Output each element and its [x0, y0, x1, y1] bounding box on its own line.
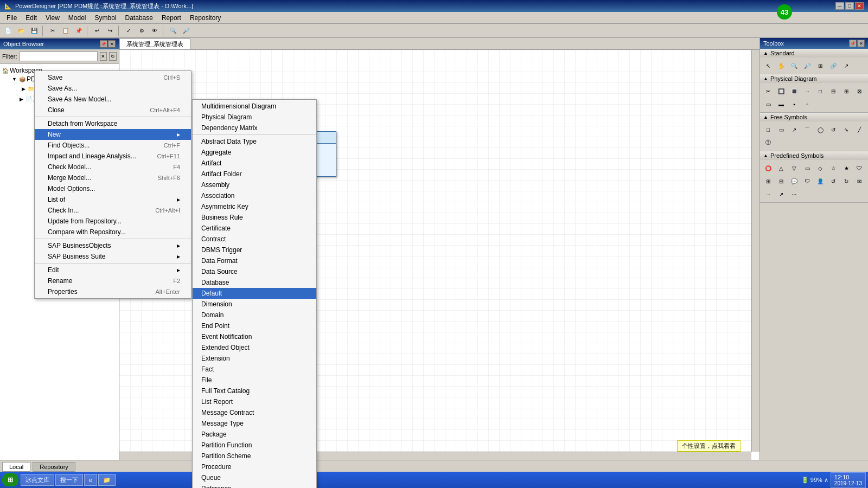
- toolbox-section-free-header[interactable]: ▲ Free Symbols: [760, 113, 868, 121]
- start-button[interactable]: ⊞: [2, 473, 18, 486]
- pre-sym6[interactable]: ☆: [827, 162, 839, 174]
- sm-abstract[interactable]: Abstract Data Type: [193, 136, 316, 147]
- tb-paste[interactable]: 📌: [73, 25, 85, 37]
- cm-check-in[interactable]: Check In... Ctrl+Alt+I: [35, 205, 191, 216]
- sm-fact[interactable]: Fact: [193, 364, 316, 375]
- sm-dependency[interactable]: Dependency Matrix: [193, 123, 316, 133]
- sm-domain[interactable]: Domain: [193, 310, 316, 320]
- pre-sym11[interactable]: 💬: [788, 175, 800, 187]
- expand-icon-sub2[interactable]: ▶: [20, 97, 23, 102]
- tool-obj4[interactable]: ⊠: [853, 85, 865, 97]
- sm-artifact[interactable]: Artifact: [193, 158, 316, 169]
- sm-procedure[interactable]: Procedure: [193, 461, 316, 472]
- sm-dbms-trigger[interactable]: DBMS Trigger: [193, 245, 316, 255]
- sm-multidim[interactable]: Multidimensional Diagram: [193, 101, 316, 112]
- tb-open[interactable]: 📂: [15, 25, 27, 37]
- pin-button[interactable]: 📌: [100, 40, 107, 48]
- free-sym1[interactable]: □: [762, 124, 774, 136]
- tool-obj2[interactable]: ⊟: [827, 85, 839, 97]
- sm-extension[interactable]: Extension: [193, 353, 316, 364]
- free-sym8[interactable]: ╱: [853, 124, 865, 136]
- tb-preview[interactable]: 👁: [149, 25, 161, 37]
- cm-check[interactable]: Check Model... F4: [35, 162, 191, 172]
- sm-aggregate[interactable]: Aggregate: [193, 147, 316, 158]
- cm-impact[interactable]: Impact and Lineage Analysis... Ctrl+F11: [35, 151, 191, 162]
- sm-data-source[interactable]: Data Source: [193, 266, 316, 277]
- cm-edit[interactable]: Edit ▶: [35, 265, 191, 275]
- pre-sym16[interactable]: ✉: [853, 175, 865, 187]
- menu-repository[interactable]: Repository: [186, 13, 225, 23]
- tool-obj7[interactable]: ▪: [788, 98, 800, 110]
- menu-model[interactable]: Model: [64, 13, 91, 23]
- sm-physical[interactable]: Physical Diagram: [193, 112, 316, 123]
- pre-sym15[interactable]: ↻: [840, 175, 852, 187]
- maximize-button[interactable]: □: [845, 2, 854, 10]
- sm-business-rule[interactable]: Business Rule: [193, 212, 316, 223]
- cm-sap-bs[interactable]: SAP Business Suite ▶: [35, 251, 191, 262]
- sm-full-text-catalog[interactable]: Full Text Catalog: [193, 386, 316, 396]
- info-bar[interactable]: 个性设置，点我看看: [677, 440, 741, 452]
- tb-check[interactable]: ✓: [123, 25, 135, 37]
- tool-zoom-fit[interactable]: ⊞: [814, 60, 826, 72]
- pre-sym4[interactable]: ▭: [801, 162, 813, 174]
- tray-time[interactable]: 12:10 2019-12-13: [831, 472, 866, 488]
- sm-message-contract[interactable]: Message Contract: [193, 407, 316, 418]
- cm-save[interactable]: Save Ctrl+S: [35, 72, 191, 83]
- filter-refresh-button[interactable]: ↻: [109, 52, 117, 61]
- pre-sym1[interactable]: ⭕: [762, 162, 774, 174]
- cm-save-new-model[interactable]: Save As New Model...: [35, 94, 191, 105]
- toolbox-section-standard-header[interactable]: ▲ Standard: [760, 49, 868, 57]
- close-button[interactable]: ✕: [855, 2, 864, 10]
- menu-view[interactable]: View: [41, 13, 64, 23]
- sm-event-notification[interactable]: Event Notification: [193, 331, 316, 342]
- pre-sym17[interactable]: →: [762, 188, 774, 200]
- sm-end-point[interactable]: End Point: [193, 320, 316, 331]
- tool-link2[interactable]: ↗: [840, 60, 852, 72]
- minimize-button[interactable]: ─: [835, 2, 844, 10]
- sm-data-format[interactable]: Data Format: [193, 255, 316, 266]
- sm-list-report[interactable]: List Report: [193, 396, 316, 407]
- cm-save-as[interactable]: Save As...: [35, 83, 191, 94]
- sm-contract[interactable]: Contract: [193, 234, 316, 245]
- tb-save[interactable]: 💾: [28, 25, 40, 37]
- sm-artifact-folder[interactable]: Artifact Folder: [193, 169, 316, 179]
- pre-sym18[interactable]: ↗: [775, 188, 787, 200]
- cm-sap-bo[interactable]: SAP BusinessObjects ▶: [35, 240, 191, 251]
- expand-icon-sub[interactable]: ▶: [22, 86, 25, 92]
- tb-zoom-in[interactable]: 🔍: [167, 25, 179, 37]
- taskbar-item-explorer[interactable]: 📁: [98, 474, 116, 486]
- pre-sym9[interactable]: ⊞: [762, 175, 774, 187]
- tool-ref[interactable]: →: [801, 85, 813, 97]
- tool-obj1[interactable]: □: [814, 85, 826, 97]
- tool-zoom-in[interactable]: 🔍: [788, 60, 800, 72]
- sm-package[interactable]: Package: [193, 429, 316, 440]
- canvas-tab-main[interactable]: 系统管理_系统管理表: [119, 38, 190, 49]
- tool-hand[interactable]: ✋: [775, 60, 787, 72]
- menu-report[interactable]: Report: [157, 13, 186, 23]
- sm-database[interactable]: Database: [193, 277, 316, 288]
- pre-sym10[interactable]: ⊟: [775, 175, 787, 187]
- pre-sym8[interactable]: 🛡: [853, 162, 865, 174]
- sm-file[interactable]: File: [193, 375, 316, 386]
- free-sym6[interactable]: ↺: [827, 124, 839, 136]
- tb-cut[interactable]: ✂: [47, 25, 59, 37]
- sm-partition-scheme[interactable]: Partition Scheme: [193, 451, 316, 461]
- sm-extended-object[interactable]: Extended Object: [193, 342, 316, 353]
- sm-default[interactable]: Default: [193, 288, 316, 299]
- toolbox-section-physical-header[interactable]: ▲ Physical Diagram: [760, 74, 868, 83]
- menu-symbol[interactable]: Symbol: [91, 13, 121, 23]
- filter-input[interactable]: [20, 52, 98, 61]
- free-sym2[interactable]: ▭: [775, 124, 787, 136]
- cm-find[interactable]: Find Objects... Ctrl+F: [35, 140, 191, 151]
- tool-obj5[interactable]: ▭: [762, 98, 774, 110]
- filter-clear-button[interactable]: ✕: [100, 52, 107, 61]
- tool-link[interactable]: 🔗: [827, 60, 839, 72]
- free-sym5[interactable]: ◯: [814, 124, 826, 136]
- notification-badge[interactable]: 43: [777, 4, 792, 20]
- sm-partition-function[interactable]: Partition Function: [193, 440, 316, 451]
- tab-local[interactable]: Local: [2, 462, 30, 472]
- pre-sym14[interactable]: ↺: [827, 175, 839, 187]
- pre-sym13[interactable]: 👤: [814, 175, 826, 187]
- free-sym3[interactable]: ↗: [788, 124, 800, 136]
- toolbox-pin-button[interactable]: 📌: [849, 40, 857, 47]
